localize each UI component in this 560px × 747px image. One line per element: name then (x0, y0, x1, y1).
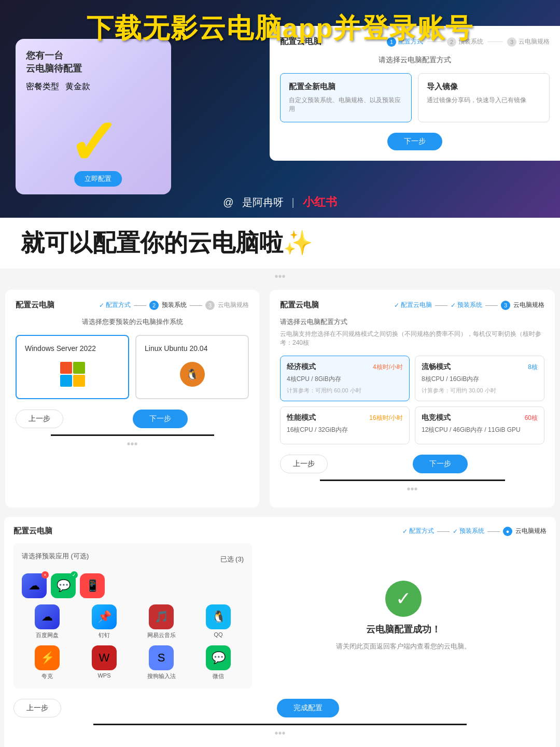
app-content: 请选择预装应用 (可选) 已选 (3) ☁ × 💬 ✓ 📱 (13, 543, 547, 688)
wps-label: WPS (97, 672, 110, 679)
spec-arrow1: —— (435, 302, 447, 309)
app-grid: ☁ 百度网盘 📌 钉钉 🎵 网易云音乐 🐧 QQ ⚡ 夸克 (22, 604, 244, 680)
os-step2-label: 预装系统 (162, 301, 187, 309)
selected-count: 已选 (3) (220, 555, 244, 564)
spec-step1-done: ✓ 配置云电脑 (394, 301, 432, 309)
baidu-label: 百度网盘 (36, 631, 59, 639)
economy-spec: 4核CPU / 8GiB内存 (287, 375, 403, 384)
economy-name: 经济模式 (287, 362, 316, 372)
config-subtitle: 请选择云电脑配置方式 (280, 55, 550, 65)
os-subtitle: 请选择您要预装的云电脑操作系统 (16, 317, 249, 327)
app-panel-title: 配置云电脑 (13, 526, 52, 536)
next-button-1[interactable]: 下一步 (387, 133, 442, 150)
app-panel-header: 配置云电脑 ✓ 配置方式 —— ✓ 预装系统 —— ● 云电脑规格 (13, 526, 547, 536)
type-label: 密餐类型 (26, 81, 59, 92)
spec-step2-label: 预装系统 (457, 301, 482, 309)
import-image-option[interactable]: 导入镜像 通过镜像分享码，快速导入已有镜像 (418, 73, 550, 122)
config-options: 配置全新电脑 自定义预装系统、电脑规格、以及预装应用 导入镜像 通过镜像分享码，… (280, 73, 550, 122)
windows-card[interactable]: Windows Server 2022 (16, 335, 129, 399)
app-prev-button[interactable]: 上一步 (13, 699, 61, 717)
wechat-icon: 💬 (206, 645, 231, 670)
economy-mode-card[interactable]: 经济模式 4核时/小时 4核CPU / 8GiB内存 计算参考：可用约 60.0… (280, 356, 410, 401)
app-complete-button[interactable]: 完成配置 (277, 699, 339, 717)
spec-prev-button[interactable]: 上一步 (280, 455, 328, 473)
app-arrow2: —— (487, 528, 500, 535)
import-image-title: 导入镜像 (427, 82, 541, 92)
check-s2: ✓ (451, 302, 456, 309)
wps-icon: W (92, 645, 117, 670)
app-step3-num: ● (503, 527, 512, 536)
app-step1-label: 配置方式 (409, 527, 434, 535)
arrow1: —— (134, 302, 146, 309)
os-selection-panel: 配置云电脑 ✓ 配置方式 —— 2 预装系统 —— 3 云电脑规格 请选择您要预… (5, 290, 259, 508)
wechat-label: 微信 (213, 672, 224, 680)
windows-pane-2 (73, 362, 85, 374)
watermark: @ 是阿冉呀 | 小红书 (223, 194, 337, 210)
selected-third: 📱 (80, 573, 105, 598)
app-item-dingding[interactable]: 📌 钉钉 (79, 604, 130, 639)
selected-apps-row: ☁ × 💬 ✓ 📱 (22, 573, 244, 598)
selected-wechat: 💬 ✓ (51, 573, 76, 598)
os-panel-title: 配置云电脑 (16, 300, 54, 310)
dots-os: ••• (16, 436, 249, 452)
economy-note: 计算参考：可用约 60.00 小时 (287, 387, 403, 394)
new-pc-option[interactable]: 配置全新电脑 自定义预装系统、电脑规格、以及预装应用 (280, 73, 412, 122)
smooth-note: 计算参考：可用约 30.00 小时 (422, 387, 538, 394)
windows-logo (60, 362, 85, 387)
spec-selection-panel: 配置云电脑 ✓ 配置云电脑 —— ✓ 预装系统 —— 3 云电脑规格 请选择云电… (270, 290, 555, 508)
check-a1: ✓ (402, 528, 408, 535)
smooth-name: 流畅模式 (422, 362, 451, 372)
os-prev-button[interactable]: 上一步 (16, 410, 63, 428)
linux-icon: 🐧 (177, 359, 208, 390)
app-steps-row: ✓ 配置方式 —— ✓ 预装系统 —— ● 云电脑规格 (402, 527, 547, 536)
instant-config-button[interactable]: 立即配置 (74, 171, 122, 187)
linux-name: Linux Ubuntu 20.04 (145, 344, 207, 353)
sogou-icon: S (149, 645, 174, 670)
os-step2-num: 2 (149, 301, 159, 310)
dots-app: ••• (13, 725, 547, 741)
app-item-sogou[interactable]: S 搜狗输入法 (136, 645, 187, 680)
os-panel-header: 配置云电脑 ✓ 配置方式 —— 2 预装系统 —— 3 云电脑规格 (16, 300, 249, 310)
app-item-wechat[interactable]: 💬 微信 (193, 645, 244, 680)
spec-panel-header: 配置云电脑 ✓ 配置云电脑 —— ✓ 预装系统 —— 3 云电脑规格 (280, 300, 544, 310)
smooth-mode-card[interactable]: 流畅模式 8核 8核CPU / 16GiB内存 计算参考：可用约 30.00 小… (415, 356, 544, 401)
windows-icon (57, 359, 88, 390)
performance-mode-card[interactable]: 性能模式 16核时/小时 16核CPU / 32GiB内存 (280, 406, 410, 444)
performance-price: 16核时/小时 (369, 414, 403, 422)
hero-section: 下载无影云电脑app并登录账号 您有一台云电脑待配置 密餐类型 黄金款 ✓ 立即… (0, 0, 560, 218)
gaming-mode-card[interactable]: 电竞模式 60核 12核CPU / 46GiB内存 / 11GiB GPU (415, 406, 544, 444)
remove-badge-1[interactable]: × (41, 571, 49, 579)
success-icon: ✓ (385, 581, 422, 617)
dots-spec: ••• (280, 481, 544, 497)
platform-name: 小红书 (303, 194, 337, 210)
os-step1-label: 配置方式 (106, 301, 131, 309)
os-next-button[interactable]: 下一步 (133, 410, 188, 428)
remove-badge-2[interactable]: ✓ (71, 571, 78, 579)
app-item-kuaikan[interactable]: ⚡ 夸克 (22, 645, 73, 680)
windows-pane-3 (60, 375, 72, 387)
mobile-card-tags: 密餐类型 黄金款 (26, 81, 161, 92)
spec-step1-label: 配置云电脑 (401, 301, 432, 309)
app-step2-done: ✓ 预装系统 (453, 527, 484, 535)
checkmark-step1: ✓ (99, 302, 104, 309)
spec-subtitle: 请选择云电脑配置方式 (280, 317, 544, 327)
app-item-baidu[interactable]: ☁ 百度网盘 (22, 604, 73, 639)
dots-1: ••• (0, 269, 560, 285)
success-desc: 请关闭此页面返回客户端内查看您的云电脑。 (336, 642, 471, 651)
app-item-qq[interactable]: 🐧 QQ (193, 604, 244, 639)
linux-logo: 🐧 (180, 362, 205, 387)
app-btn-row: 上一步 完成配置 (13, 699, 547, 717)
sogou-label: 搜狗输入法 (147, 672, 176, 680)
app-step2-label: 预装系统 (459, 527, 484, 535)
third-selected-icon: 📱 (80, 573, 105, 598)
app-item-music[interactable]: 🎵 网易云音乐 (136, 604, 187, 639)
app-selection-left: 请选择预装应用 (可选) 已选 (3) ☁ × 💬 ✓ 📱 (13, 543, 252, 688)
spec-panel-title: 配置云电脑 (280, 300, 319, 310)
author-name: 是阿冉呀 (242, 195, 284, 209)
mobile-card-title: 您有一台云电脑待配置 (26, 49, 161, 75)
spec-next-button[interactable]: 下一步 (413, 455, 468, 473)
os-step3-label: 云电脑规格 (218, 301, 249, 309)
linux-card[interactable]: Linux Ubuntu 20.04 🐧 (135, 335, 249, 399)
at-symbol: @ (223, 196, 233, 208)
app-item-wps[interactable]: W WPS (79, 645, 130, 680)
